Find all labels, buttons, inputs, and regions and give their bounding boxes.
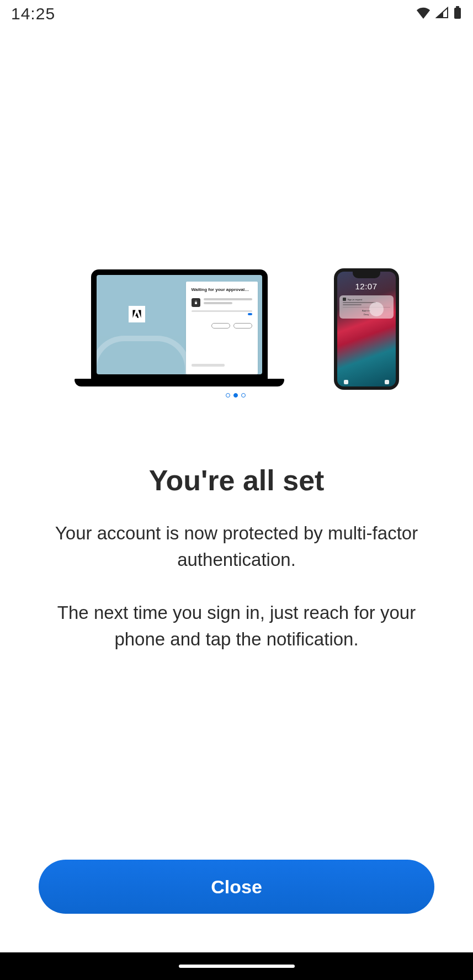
page-title: You're all set [149, 464, 325, 497]
status-icons [416, 6, 462, 22]
svg-rect-2 [195, 302, 197, 304]
content-area: Waiting for your approval… [0, 28, 473, 952]
pager-dot-2[interactable] [241, 393, 246, 398]
pager-dots [226, 393, 246, 398]
adobe-logo-icon [129, 306, 145, 322]
phone-graphic: 12:07 Sign-in request Approve Deny [334, 268, 399, 390]
touch-indicator-icon [369, 302, 384, 316]
notif-deny: Deny [343, 312, 390, 316]
home-indicator[interactable] [179, 965, 295, 968]
laptop-graphic: Waiting for your approval… [75, 269, 284, 386]
approval-card: Waiting for your approval… [186, 282, 258, 374]
battery-icon [453, 6, 462, 22]
cellular-icon [435, 7, 449, 21]
lock-icon [192, 298, 200, 307]
status-bar: 14:25 [0, 0, 473, 28]
android-nav-bar [0, 952, 473, 980]
pager-dot-1[interactable] [233, 393, 238, 398]
svg-rect-0 [456, 6, 459, 8]
approval-card-title: Waiting for your approval… [192, 287, 252, 293]
description-1: Your account is now protected by multi-f… [44, 520, 430, 573]
illustration: Waiting for your approval… [60, 237, 413, 386]
close-button[interactable]: Close [39, 860, 434, 914]
status-time: 14:25 [11, 4, 55, 23]
pager-dot-0[interactable] [226, 393, 230, 398]
phone-lockscreen-time: 12:07 [337, 282, 396, 291]
push-notification: Sign-in request Approve Deny [339, 295, 394, 319]
svg-rect-1 [454, 8, 461, 19]
wifi-icon [416, 7, 431, 21]
description-2: The next time you sign in, just reach fo… [44, 600, 430, 653]
